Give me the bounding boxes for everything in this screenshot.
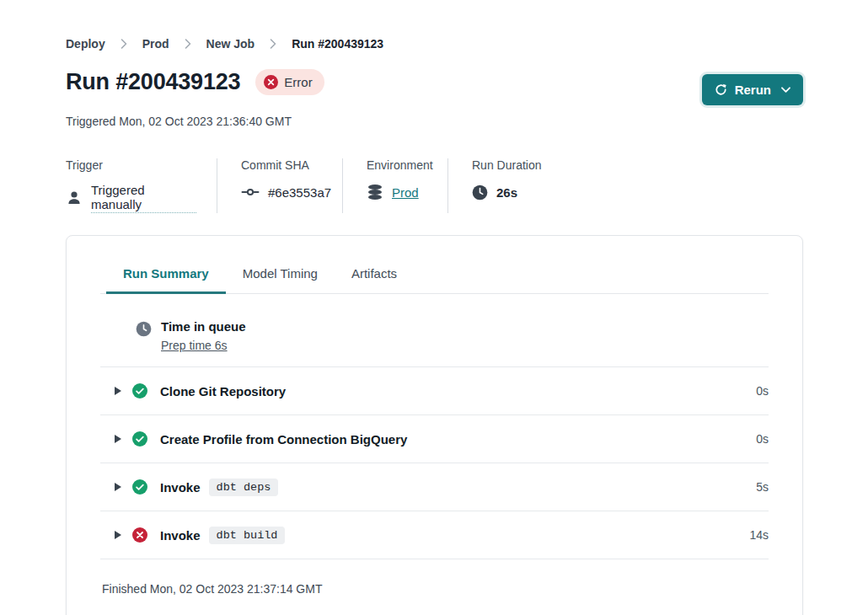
database-icon [367, 184, 383, 201]
check-circle-icon [132, 479, 147, 495]
step-command-badge: dbt deps [209, 479, 279, 496]
status-badge: Error [255, 69, 324, 95]
caret-right-icon[interactable] [115, 531, 121, 539]
check-circle-icon [132, 383, 147, 398]
step-duration: 0s [756, 384, 769, 398]
step-row-dbt-deps[interactable]: Invoke dbt deps 5s [100, 463, 769, 511]
step-row-clone-git[interactable]: Clone Git Repository 0s [100, 366, 769, 414]
tab-strip: Run Summary Model Timing Artifacts [100, 236, 769, 294]
breadcrumb-new-job[interactable]: New Job [206, 37, 255, 51]
refresh-icon [715, 83, 727, 96]
meta-trigger: Trigger Triggered manually [66, 158, 217, 213]
x-circle-icon [264, 75, 278, 89]
run-duration-value: 26s [496, 185, 517, 200]
meta-run-duration: Run Duration 26s [448, 158, 562, 213]
triggered-timestamp: Triggered Mon, 02 Oct 2023 21:36:40 GMT [66, 115, 803, 128]
chevron-right-icon [185, 39, 191, 49]
clock-icon [472, 184, 488, 201]
status-badge-label: Error [284, 75, 312, 89]
commit-icon [241, 184, 260, 201]
run-detail-page: Deploy Prod New Job Run #200439123 Run #… [0, 0, 868, 615]
breadcrumb-prod[interactable]: Prod [142, 37, 169, 51]
tab-model-timing[interactable]: Model Timing [226, 258, 335, 294]
breadcrumb-deploy[interactable]: Deploy [66, 37, 105, 51]
step-duration: 0s [756, 432, 769, 446]
step-row-create-profile[interactable]: Create Profile from Connection BigQuery … [100, 414, 769, 463]
tab-run-summary[interactable]: Run Summary [106, 258, 226, 294]
step-duration: 5s [756, 480, 769, 494]
breadcrumb-current-run: Run #200439123 [292, 37, 383, 51]
run-meta-row: Trigger Triggered manually Commit SHA #6… [66, 158, 803, 213]
tab-artifacts[interactable]: Artifacts [335, 258, 414, 294]
meta-trigger-label: Trigger [66, 158, 196, 172]
user-icon [66, 190, 83, 206]
time-in-queue-row: Time in queue Prep time 6s [100, 294, 769, 366]
run-summary-card: Run Summary Model Timing Artifacts Time … [66, 235, 803, 615]
chevron-down-icon [781, 87, 790, 94]
environment-link[interactable]: Prod [392, 185, 419, 200]
commit-sha-value: #6e3553a7 [268, 185, 331, 200]
step-label: Invoke [160, 480, 201, 495]
step-label: Clone Git Repository [160, 384, 286, 398]
clock-icon [136, 321, 152, 337]
caret-right-icon[interactable] [115, 435, 121, 443]
step-row-dbt-build[interactable]: Invoke dbt build 14s [100, 511, 769, 559]
step-duration: 14s [749, 528, 769, 542]
step-label: Create Profile from Connection BigQuery [160, 432, 407, 447]
caret-right-icon[interactable] [115, 387, 121, 395]
chevron-right-icon [121, 39, 127, 49]
trigger-value[interactable]: Triggered manually [91, 183, 196, 213]
chevron-right-icon [270, 39, 276, 49]
meta-commit-label: Commit SHA [241, 158, 322, 172]
breadcrumb: Deploy Prod New Job Run #200439123 [66, 37, 803, 51]
meta-duration-label: Run Duration [472, 158, 542, 172]
finished-timestamp: Finished Mon, 02 Oct 2023 21:37:14 GMT [100, 559, 769, 615]
page-title: Run #200439123 [66, 69, 240, 95]
rerun-button-label: Rerun [735, 83, 771, 97]
meta-commit-sha: Commit SHA #6e3553a7 [217, 158, 343, 213]
rerun-button[interactable]: Rerun [702, 74, 803, 105]
check-circle-icon [132, 431, 147, 447]
step-label: Invoke [160, 528, 201, 543]
page-header: Run #200439123 Error Rerun [66, 69, 803, 105]
x-circle-icon [132, 527, 147, 543]
queue-title: Time in queue [161, 319, 246, 334]
meta-environment-label: Environment [367, 158, 427, 172]
prep-time-link[interactable]: Prep time 6s [161, 339, 246, 352]
step-command-badge: dbt build [209, 527, 286, 544]
meta-environment: Environment Prod [343, 158, 448, 213]
caret-right-icon[interactable] [115, 483, 121, 491]
